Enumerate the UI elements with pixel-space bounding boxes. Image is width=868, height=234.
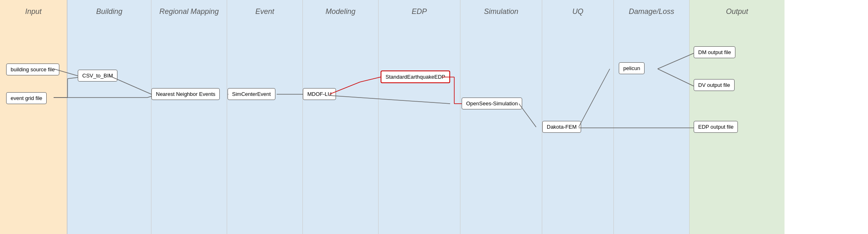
dakota-fem-node[interactable]: Dakota-FEM	[542, 121, 581, 133]
column-edp-title: EDP	[379, 0, 460, 16]
column-building: Building	[68, 0, 151, 234]
event-grid-node[interactable]: event grid file	[6, 92, 47, 104]
column-modeling-title: Modeling	[303, 0, 378, 16]
column-input: Input	[0, 0, 68, 234]
column-uq: UQ	[542, 0, 614, 234]
nearest-neighbor-node[interactable]: Nearest Neighbor Events	[151, 88, 220, 100]
column-simulation: Simulation	[460, 0, 542, 234]
csv-to-bim-node[interactable]: CSV_to_BIM	[78, 70, 117, 82]
dm-output-node[interactable]: DM output file	[694, 46, 735, 58]
column-event: Event	[227, 0, 303, 234]
mdof-lu-node[interactable]: MDOF-LU	[303, 88, 336, 100]
column-simulation-title: Simulation	[460, 0, 542, 16]
workflow-diagram: Input Building Regional Mapping Event Mo…	[0, 0, 868, 234]
simcenter-event-node[interactable]: SimCenterEvent	[228, 88, 275, 100]
column-edp: EDP	[379, 0, 460, 234]
column-damage-title: Damage/Loss	[614, 0, 689, 16]
column-damage: Damage/Loss	[614, 0, 690, 234]
building-source-node[interactable]: building source file	[6, 64, 59, 75]
opensees-node[interactable]: OpenSees-Simulation	[462, 98, 522, 109]
column-output-title: Output	[690, 0, 785, 16]
pelicun-node[interactable]: pelicun	[619, 62, 645, 74]
column-output: Output	[690, 0, 785, 234]
column-regional-title: Regional Mapping	[151, 0, 227, 16]
column-modeling: Modeling	[303, 0, 379, 234]
standard-edp-node[interactable]: StandardEarthquakeEDP	[381, 70, 450, 83]
column-input-title: Input	[0, 0, 67, 16]
edp-output-node[interactable]: EDP output file	[694, 121, 738, 133]
column-event-title: Event	[227, 0, 302, 16]
column-building-title: Building	[68, 0, 151, 16]
dv-output-node[interactable]: DV output file	[694, 79, 735, 91]
column-uq-title: UQ	[542, 0, 613, 16]
column-regional: Regional Mapping	[151, 0, 227, 234]
